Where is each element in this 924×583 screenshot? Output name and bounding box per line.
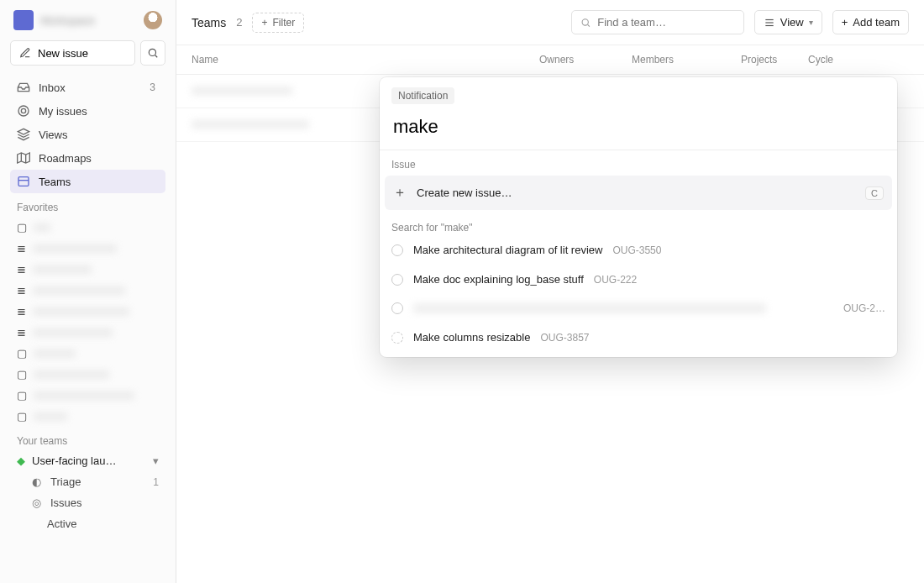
target-icon: [17, 104, 30, 118]
favorite-item[interactable]: ≣: [10, 301, 165, 322]
svg-point-1: [18, 106, 29, 116]
result-title: Make doc explaining log_base stuff: [413, 273, 584, 286]
your-teams-title: Your teams: [10, 427, 165, 450]
favorite-item[interactable]: ≣: [10, 280, 165, 301]
col-cycle: Cycle: [808, 54, 884, 66]
favorite-item[interactable]: ▢: [10, 385, 165, 406]
palette-create-issue[interactable]: ＋ Create new issue… C: [385, 176, 892, 210]
result-title-hidden: [413, 303, 766, 313]
team-item[interactable]: ◆ User-facing lau… ▾: [10, 450, 165, 471]
team-search-input[interactable]: [597, 16, 735, 29]
view-label: View: [780, 16, 804, 29]
view-button[interactable]: View ▾: [754, 10, 822, 34]
filter-button[interactable]: + Filter: [252, 13, 304, 33]
nav-my-issues[interactable]: My issues: [10, 99, 165, 123]
plus-icon: +: [842, 16, 848, 29]
status-open-icon: [391, 274, 403, 286]
teams-count: 2: [236, 16, 242, 29]
svg-rect-7: [18, 177, 29, 186]
stack-icon: ≣: [17, 305, 26, 318]
pencil-icon: [19, 47, 31, 59]
context-chip: Notification: [391, 87, 454, 104]
team-search[interactable]: [571, 10, 744, 34]
search-icon: [580, 17, 591, 29]
favorite-item[interactable]: ≣: [10, 322, 165, 343]
palette-section-search: Search for "make": [380, 213, 897, 235]
col-projects: Projects: [741, 54, 808, 66]
add-team-button[interactable]: + Add team: [832, 10, 909, 34]
plus-icon: ＋: [393, 184, 407, 202]
chevron-down-icon: ▾: [153, 454, 159, 467]
search-button[interactable]: [140, 40, 165, 66]
stack-icon: ≣: [17, 326, 26, 339]
stack-icon: ≣: [17, 263, 26, 276]
new-issue-label: New issue: [38, 47, 88, 60]
teams-icon: [17, 175, 30, 188]
nav-roadmaps[interactable]: Roadmaps: [10, 146, 165, 170]
stack-icon: ≣: [17, 242, 26, 255]
stack-icon: ▢: [17, 347, 27, 360]
col-name: Name: [192, 54, 539, 66]
layers-icon: [17, 128, 30, 141]
palette-result[interactable]: OUG-2…: [380, 294, 897, 323]
palette-result[interactable]: Make doc explaining log_base stuff OUG-2…: [380, 265, 897, 294]
palette-result[interactable]: Make architectural diagram of lit review…: [380, 235, 897, 265]
nav-views-label: Views: [39, 129, 67, 141]
user-avatar[interactable]: [144, 11, 162, 29]
table-header: Name Owners Members Projects Cycle: [176, 45, 924, 75]
team-issues[interactable]: ◎ Issues: [25, 492, 165, 513]
result-title: Make architectural diagram of lit review: [413, 244, 602, 256]
stack-icon: ▢: [17, 410, 27, 423]
inbox-count: 3: [146, 81, 159, 93]
team-badge-icon: ◆: [17, 454, 25, 467]
stack-icon: ▢: [17, 389, 27, 402]
page-title: Teams: [192, 16, 226, 29]
svg-marker-4: [18, 153, 30, 163]
filter-label: Filter: [272, 17, 295, 29]
stack-icon: ▢: [17, 368, 27, 381]
plus-icon: +: [261, 17, 267, 29]
favorite-item[interactable]: ≣: [10, 259, 165, 280]
svg-marker-3: [18, 129, 29, 134]
favorite-item[interactable]: ≣: [10, 238, 165, 259]
result-id: OUG-3857: [540, 332, 589, 344]
palette-result[interactable]: Make columns resizable OUG-3857: [380, 323, 897, 357]
nav-my-issues-label: My issues: [39, 105, 87, 118]
palette-input[interactable]: [391, 113, 885, 141]
nav-inbox-label: Inbox: [39, 81, 66, 94]
palette-section-issue: Issue: [380, 150, 897, 172]
result-id: OUG-222: [594, 274, 637, 286]
team-name: User-facing lau…: [32, 454, 116, 467]
nav-views[interactable]: Views: [10, 123, 165, 146]
nav-teams[interactable]: Teams: [10, 170, 165, 193]
favorite-item[interactable]: ▢: [10, 406, 165, 427]
map-icon: [17, 151, 30, 165]
inbox-icon: [17, 81, 30, 94]
issues-icon: ◎: [32, 496, 44, 509]
status-open-icon: [391, 244, 403, 256]
shortcut-key: C: [865, 186, 884, 200]
chevron-down-icon: ▾: [809, 18, 813, 27]
team-active-label: Active: [47, 517, 76, 530]
team-active[interactable]: Active: [25, 513, 165, 534]
nav-inbox[interactable]: Inbox 3: [10, 76, 165, 99]
col-members: Members: [632, 54, 741, 66]
new-issue-button[interactable]: New issue: [10, 40, 135, 66]
sliders-icon: [764, 17, 775, 29]
team-triage[interactable]: ◐ Triage 1: [25, 471, 165, 492]
command-palette: Notification Issue ＋ Create new issue… C…: [380, 77, 897, 357]
favorites-title: Favorites: [10, 193, 165, 217]
result-id: OUG-2…: [843, 302, 885, 314]
favorite-item[interactable]: ▢: [10, 364, 165, 385]
workspace-name: Workspace: [40, 14, 95, 27]
triage-icon: ◐: [32, 475, 44, 488]
add-team-label: Add team: [853, 16, 900, 29]
workspace-switcher[interactable]: Workspace: [13, 10, 95, 30]
nav-teams-label: Teams: [39, 176, 71, 188]
favorite-item[interactable]: ▢: [10, 343, 165, 364]
team-triage-count: 1: [153, 476, 159, 488]
create-issue-label: Create new issue…: [417, 186, 512, 199]
favorite-item[interactable]: ▢: [10, 217, 165, 238]
stack-icon: ▢: [17, 221, 27, 234]
status-backlog-icon: [391, 332, 403, 344]
